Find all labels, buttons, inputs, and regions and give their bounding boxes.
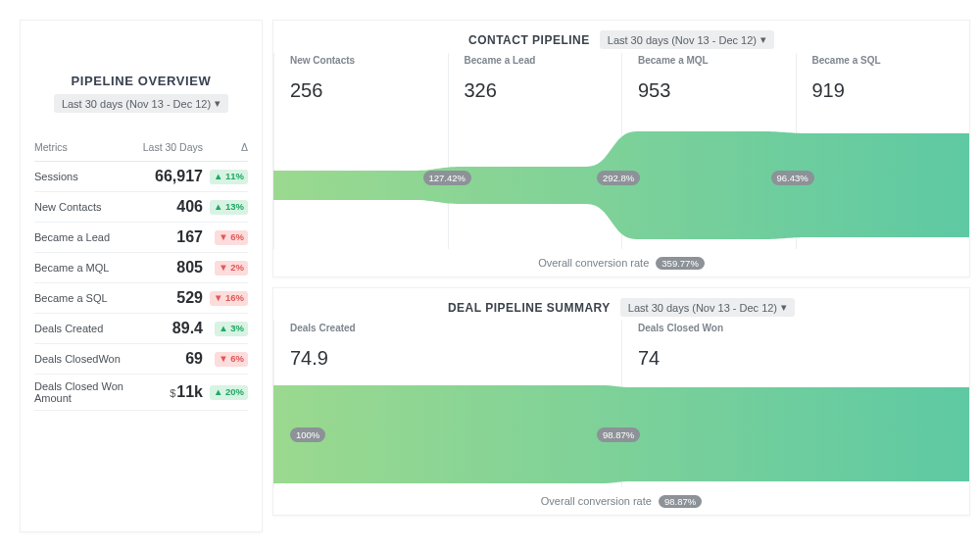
contact-date-range-label: Last 30 days (Nov 13 - Dec 12): [608, 34, 757, 46]
metric-value: 69: [136, 350, 203, 368]
trend-up-icon: ▲ 11%: [210, 170, 248, 183]
stage-conversion-badge: 292.8%: [597, 171, 640, 185]
deal-date-range-dropdown[interactable]: Last 30 days (Nov 13 - Dec 12) ▾: [620, 298, 795, 317]
trend-down-icon: ▼ 6%: [215, 352, 248, 366]
deal-pipeline-card: DEAL PIPELINE SUMMARY Last 30 days (Nov …: [272, 287, 970, 516]
metric-delta: ▲ 11%: [203, 169, 248, 183]
stage-conversion-badge: 96.43%: [771, 171, 814, 185]
deal-overall-rate: Overall conversion rate 98.87%: [273, 495, 969, 507]
deal-pipeline-title: DEAL PIPELINE SUMMARY: [448, 301, 611, 315]
stage-label: Deals Created: [290, 323, 621, 333]
metric-name: New Contacts: [34, 201, 136, 213]
metric-delta: ▲ 3%: [203, 321, 248, 335]
overview-date-range-label: Last 30 days (Nov 13 - Dec 12): [62, 98, 211, 110]
stage-value: 74: [638, 347, 969, 370]
contact-pipeline-title: CONTACT PIPELINE: [468, 33, 590, 47]
stage-value: 74.9: [290, 347, 621, 370]
overview-table-header: Metrics Last 30 Days Δ: [34, 132, 248, 162]
stage-value: 256: [290, 79, 448, 102]
stage-label: Deals Closed Won: [638, 323, 969, 333]
stage-label: Became a Lead: [465, 55, 622, 66]
overview-row: Became a MQL805▼ 2%: [34, 253, 248, 283]
metric-value: $11k: [136, 383, 203, 401]
col-metrics: Metrics: [34, 141, 136, 153]
metric-name: Became a SQL: [34, 292, 136, 304]
metric-name: Became a Lead: [34, 231, 136, 243]
pipeline-overview-card: PIPELINE OVERVIEW Last 30 days (Nov 13 -…: [20, 20, 263, 532]
metric-value: 805: [136, 259, 203, 276]
stage-conversion-badge: 100%: [290, 427, 325, 442]
stage-conversion-badge: 98.87%: [597, 427, 640, 442]
overview-row: Sessions66,917▲ 11%: [34, 162, 248, 192]
contact-pipeline-card: CONTACT PIPELINE Last 30 days (Nov 13 - …: [272, 20, 970, 277]
metric-value: 89.4: [136, 320, 203, 337]
stage-value: 326: [465, 79, 622, 102]
trend-down-icon: ▼ 6%: [215, 230, 248, 244]
stage-value: 953: [638, 79, 796, 102]
col-delta: Δ: [203, 141, 248, 153]
pipeline-overview-title: PIPELINE OVERVIEW: [34, 74, 248, 88]
metric-name: Became a MQL: [34, 262, 136, 274]
chevron-down-icon: ▾: [215, 97, 220, 110]
metric-delta: ▼ 6%: [203, 351, 248, 366]
trend-up-icon: ▲ 3%: [215, 322, 248, 335]
contact-overall-rate: Overall conversion rate 359.77%: [273, 257, 969, 269]
metric-delta: ▲ 20%: [203, 384, 248, 399]
metric-delta: ▼ 16%: [203, 290, 248, 305]
metric-delta: ▲ 13%: [203, 199, 248, 214]
overview-row: New Contacts406▲ 13%: [34, 192, 248, 223]
overview-row: Became a Lead167▼ 6%: [34, 223, 248, 253]
overview-row: Deals Closed Won Amount$11k▲ 20%: [34, 375, 248, 411]
metric-value: 406: [136, 198, 203, 216]
stage-value: 919: [812, 79, 970, 102]
metric-value: 529: [136, 289, 203, 307]
metric-name: Deals Created: [34, 323, 136, 334]
stage-conversion-badge: 127.42%: [423, 171, 472, 185]
trend-up-icon: ▲ 20%: [210, 385, 248, 399]
metric-value: 66,917: [136, 168, 203, 185]
metric-delta: ▼ 2%: [203, 260, 248, 275]
overview-row: Became a SQL529▼ 16%: [34, 283, 248, 314]
trend-up-icon: ▲ 13%: [210, 200, 248, 214]
trend-down-icon: ▼ 2%: [215, 261, 248, 275]
stage-label: Became a SQL: [812, 55, 970, 66]
overview-date-range-dropdown[interactable]: Last 30 days (Nov 13 - Dec 12) ▾: [54, 94, 228, 113]
deal-overall-rate-value: 98.87%: [659, 495, 702, 508]
stage-label: Became a MQL: [638, 55, 796, 66]
overview-row: Deals Created89.4▲ 3%: [34, 314, 248, 344]
metric-name: Deals Closed Won Amount: [34, 380, 136, 404]
overview-row: Deals ClosedWon69▼ 6%: [34, 344, 248, 375]
metric-value: 167: [136, 228, 203, 246]
contact-overall-rate-value: 359.77%: [656, 257, 705, 270]
metric-delta: ▼ 6%: [203, 229, 248, 244]
col-period: Last 30 Days: [136, 141, 203, 153]
chevron-down-icon: ▾: [781, 301, 787, 314]
chevron-down-icon: ▾: [760, 33, 766, 46]
metric-name: Deals ClosedWon: [34, 353, 136, 365]
stage-label: New Contacts: [290, 55, 448, 66]
trend-down-icon: ▼ 16%: [210, 291, 248, 305]
contact-funnel-chart: [273, 122, 969, 249]
contact-date-range-dropdown[interactable]: Last 30 days (Nov 13 - Dec 12) ▾: [600, 30, 774, 49]
metric-name: Sessions: [34, 171, 136, 182]
deal-date-range-label: Last 30 days (Nov 13 - Dec 12): [628, 302, 777, 314]
